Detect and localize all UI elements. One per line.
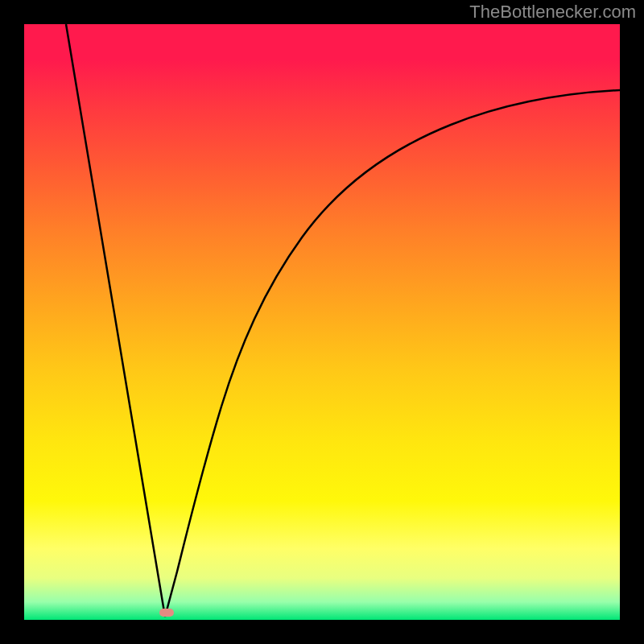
curve-path — [66, 24, 620, 617]
watermark-text: TheBottlenecker.com — [469, 2, 636, 23]
optimal-point-marker — [159, 609, 174, 617]
chart-frame: TheBottlenecker.com — [0, 0, 644, 644]
bottleneck-curve — [24, 24, 620, 620]
